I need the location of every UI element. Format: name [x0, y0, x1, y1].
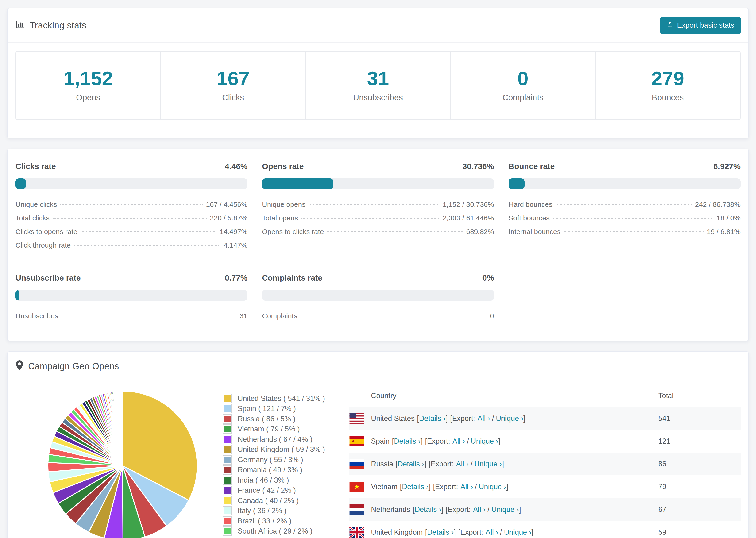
bracket: [	[412, 506, 415, 514]
rates-grid: Clicks rate4.46%Unique clicks167 / 4.456…	[8, 149, 748, 341]
country-cell: Netherlands[Details ›][Export:All ›/Uniq…	[349, 505, 658, 515]
country-cell: Spain[Details ›][Export:All ›/Unique ›]	[349, 436, 658, 447]
rate-detail-row: Total clicks220 / 5.87%	[16, 214, 247, 228]
bracket: [	[392, 437, 394, 446]
export-unique-link[interactable]: Unique ›	[496, 414, 523, 423]
detail-value: 31	[240, 312, 247, 320]
dotted-leader	[301, 218, 439, 219]
rate-head: Clicks rate4.46%	[16, 162, 247, 171]
rate-detail-row: Clicks to opens rate14.497%	[16, 228, 247, 241]
export-all-link[interactable]: All ›	[477, 414, 490, 423]
details-link[interactable]: Details ›	[402, 483, 429, 491]
legend-swatch	[223, 496, 232, 506]
rate-head: Complaints rate0%	[262, 273, 494, 282]
detail-label: Clicks to opens rate	[16, 228, 77, 236]
legend-item-spain: Spain ( 121 / 7% )	[223, 404, 333, 414]
legend-swatch	[223, 435, 232, 444]
rate-progress-bar	[509, 178, 740, 189]
country-column-header: Country	[349, 385, 658, 407]
export-all-link[interactable]: All ›	[460, 483, 473, 491]
country-td: United Kingdom[Details ›][Export:All ›/U…	[349, 521, 658, 538]
export-unique-link[interactable]: Unique ›	[491, 506, 519, 514]
total-td: 541	[658, 407, 740, 430]
export-all-link[interactable]: All ›	[453, 437, 465, 446]
dotted-leader	[309, 204, 439, 205]
rate-progress-fill	[262, 178, 333, 189]
page-title: Tracking stats	[29, 21, 86, 30]
geo-opens-card: Campaign Geo Opens United States ( 541 /…	[7, 351, 749, 538]
details-link[interactable]: Details ›	[394, 437, 421, 446]
detail-label: Unique clicks	[16, 200, 57, 208]
detail-label: Internal bounces	[509, 228, 561, 236]
details-link[interactable]: Details ›	[419, 414, 446, 423]
geo-opens-title: Campaign Geo Opens	[16, 360, 119, 372]
detail-label: Opens to clicks rate	[262, 228, 324, 236]
export-all-link[interactable]: All ›	[486, 528, 498, 537]
stat-label: Opens	[16, 93, 160, 102]
stat-value: 1,152	[16, 67, 160, 90]
country-td: United States[Details ›][Export:All ›/Un…	[349, 407, 658, 430]
section-title: Campaign Geo Opens	[28, 361, 119, 371]
bracket: ]	[429, 483, 431, 491]
total-td: 121	[658, 430, 740, 453]
geo-table: Country Total United States[Details ›][E…	[349, 385, 740, 538]
details-link[interactable]: Details ›	[427, 528, 454, 537]
detail-label: Soft bounces	[509, 214, 550, 222]
slash: /	[492, 414, 494, 423]
geo-body: United States ( 541 / 31% )Spain ( 121 /…	[8, 381, 748, 538]
legend-item-south-africa: South Africa ( 29 / 2% )	[223, 526, 333, 537]
geo-table-row-russia: Russia[Details ›][Export:All ›/Unique ›]…	[349, 453, 740, 475]
export-unique-link[interactable]: Unique ›	[471, 437, 498, 446]
rate-progress-fill	[16, 178, 26, 189]
export-label: [Export:	[450, 414, 475, 423]
rate-detail-rows: Unique clicks167 / 4.456%Total clicks220…	[16, 200, 247, 255]
legend-item-canada: Canada ( 40 / 2% )	[223, 496, 333, 506]
rate-value: 6.927%	[714, 162, 740, 171]
stat-value: 279	[596, 67, 740, 90]
detail-label: Unique opens	[262, 200, 305, 208]
legend-label: United States ( 541 / 31% )	[238, 394, 325, 403]
country-cell: United States[Details ›][Export:All ›/Un…	[349, 413, 658, 424]
legend-item-italy: Italy ( 36 / 2% )	[223, 506, 333, 516]
country-name: Spain	[371, 437, 390, 446]
slash: /	[475, 483, 477, 491]
export-all-link[interactable]: All ›	[456, 460, 469, 468]
export-all-link[interactable]: All ›	[473, 506, 486, 514]
export-unique-link[interactable]: Unique ›	[479, 483, 506, 491]
dotted-leader	[300, 316, 487, 316]
bar-chart-icon	[16, 20, 25, 31]
export-unique-link[interactable]: Unique ›	[474, 460, 502, 468]
bracket: [	[417, 414, 419, 423]
legend-item-vietnam: Vietnam ( 79 / 5% )	[223, 424, 333, 435]
detail-value: 2,303 / 61.446%	[443, 214, 494, 222]
bracket: ]	[523, 414, 525, 423]
export-unique-link[interactable]: Unique ›	[504, 528, 531, 537]
country-name: Russia	[371, 460, 393, 468]
legend-swatch	[223, 424, 232, 434]
country-name: United Kingdom	[371, 528, 423, 537]
stats-wrap: 1,152Opens167Clicks31Unsubscribes0Compla…	[8, 43, 748, 138]
stat-label: Clicks	[161, 93, 305, 102]
geo-table-row-netherlands: Netherlands[Details ›][Export:All ›/Uniq…	[349, 498, 740, 521]
total-td: 67	[658, 498, 740, 521]
details-link[interactable]: Details ›	[398, 460, 424, 468]
detail-value: 14.497%	[220, 228, 247, 236]
dotted-leader	[556, 204, 692, 205]
legend-item-united-kingdom: United Kingdom ( 59 / 3% )	[223, 445, 333, 455]
geo-table-row-united-states: United States[Details ›][Export:All ›/Un…	[349, 407, 740, 430]
legend-label: Italy ( 36 / 2% )	[238, 507, 287, 515]
bracket: [	[425, 528, 427, 537]
details-link[interactable]: Details ›	[415, 506, 441, 514]
rate-detail-row: Opens to clicks rate689.82%	[262, 228, 494, 241]
rate-detail-row: Soft bounces18 / 0%	[509, 214, 740, 228]
bracket: ]	[446, 414, 448, 423]
tracking-stats-title: Tracking stats	[16, 20, 86, 31]
tracking-stats-header: Tracking stats Export basic stats	[8, 9, 748, 43]
rate-block-complaints-rate: Complaints rate0%Complaints0	[262, 273, 494, 326]
rate-detail-row: Unsubscribes31	[16, 312, 247, 326]
export-basic-stats-button[interactable]: Export basic stats	[661, 17, 740, 34]
rate-block-opens-rate: Opens rate30.736%Unique opens1,152 / 30.…	[262, 162, 494, 255]
legend-item-netherlands: Netherlands ( 67 / 4% )	[223, 434, 333, 445]
legend-swatch	[223, 506, 232, 515]
legend-item-germany: Germany ( 55 / 3% )	[223, 455, 333, 465]
